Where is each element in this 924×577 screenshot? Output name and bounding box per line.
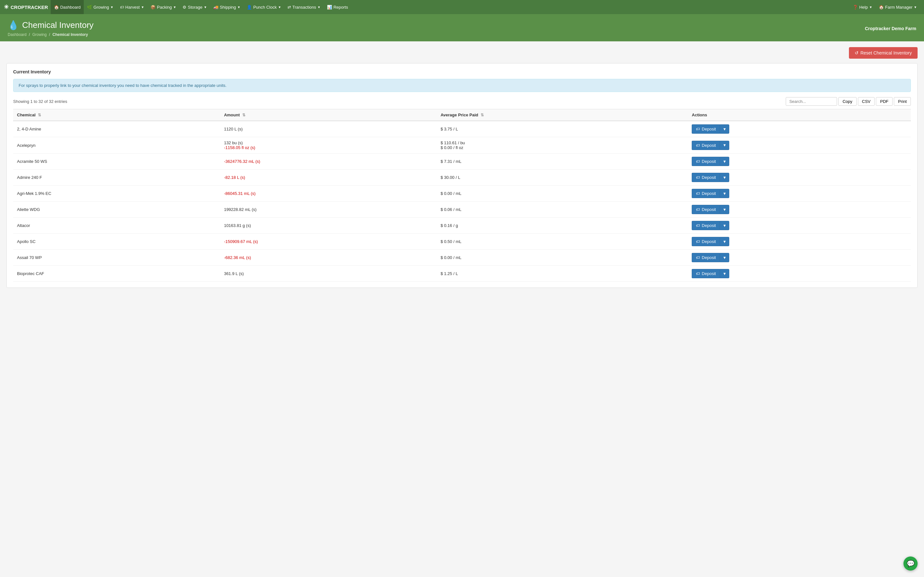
deposit-btn-group: 🏷 Deposit▼	[692, 173, 907, 182]
cell-actions: 🏷 Deposit▼	[688, 234, 911, 250]
nav-item-shipping[interactable]: 🚚 Shipping ▼	[210, 0, 244, 14]
nav-item-farm-manager[interactable]: 🏠 Farm Manager ▼	[876, 0, 920, 14]
cell-amount: 10163.81 g (s)	[220, 218, 437, 234]
cell-chemical: Bioprotec CAF	[13, 266, 220, 282]
reset-btn-label: Reset Chemical Inventory	[861, 50, 912, 55]
deposit-dropdown-toggle[interactable]: ▼	[720, 221, 729, 230]
deposit-button[interactable]: 🏷 Deposit	[692, 173, 720, 182]
deposit-dropdown-toggle[interactable]: ▼	[720, 173, 729, 182]
nav-label: Storage	[188, 5, 202, 10]
deposit-icon: 🏷	[696, 271, 700, 276]
nav-label: Reports	[333, 5, 348, 10]
col-price[interactable]: Average Price Paid ⇅	[437, 109, 688, 121]
info-message: For sprays to properly link to your chem…	[19, 83, 226, 88]
deposit-dropdown-toggle[interactable]: ▼	[720, 124, 729, 134]
deposit-button[interactable]: 🏷 Deposit	[692, 189, 720, 198]
nav-item-transactions[interactable]: ⇄ Transactions ▼	[284, 0, 324, 14]
deposit-button[interactable]: 🏷 Deposit	[692, 269, 720, 278]
reset-chemical-inventory-button[interactable]: ↺ Reset Chemical Inventory	[849, 47, 918, 59]
card-title: Current Inventory	[13, 69, 911, 74]
pdf-button[interactable]: PDF	[876, 97, 893, 106]
cell-actions: 🏷 Deposit▼	[688, 137, 911, 153]
cell-chemical: Aliette WDG	[13, 201, 220, 218]
deposit-btn-group: 🏷 Deposit▼	[692, 269, 907, 278]
nav-item-storage[interactable]: ⚙ Storage ▼	[179, 0, 210, 14]
cell-price: $ 0.00 / mL	[437, 185, 688, 201]
table-actions: Copy CSV PDF Print	[786, 97, 911, 106]
nav-label: Transactions	[292, 5, 316, 10]
deposit-button[interactable]: 🏷 Deposit	[692, 253, 720, 262]
breadcrumb-dashboard[interactable]: Dashboard	[8, 32, 27, 37]
nav-item-growing[interactable]: 🌿 Growing ▼	[84, 0, 116, 14]
deposit-button[interactable]: 🏷 Deposit	[692, 237, 720, 246]
cell-actions: 🏷 Deposit▼	[688, 250, 911, 266]
logo-icon: ✳	[4, 3, 9, 11]
nav-item-reports[interactable]: 📊 Reports	[324, 0, 351, 14]
cell-actions: 🏷 Deposit▼	[688, 121, 911, 137]
deposit-dropdown-toggle[interactable]: ▼	[720, 141, 729, 150]
copy-button[interactable]: Copy	[838, 97, 856, 106]
breadcrumb-separator: /	[49, 32, 50, 37]
deposit-btn-group: 🏷 Deposit▼	[692, 221, 907, 230]
col-amount[interactable]: Amount ⇅	[220, 109, 437, 121]
nav-label: Punch Clock	[253, 5, 276, 10]
table-row: Admire 240 F-82.18 L (s)$ 30.00 / L🏷 Dep…	[13, 169, 911, 185]
chevron-down-icon: ▼	[237, 5, 241, 9]
deposit-dropdown-toggle[interactable]: ▼	[720, 237, 729, 246]
col-actions: Actions	[688, 109, 911, 121]
nav-label: Help	[859, 5, 868, 10]
search-input[interactable]	[786, 97, 837, 106]
deposit-dropdown-toggle[interactable]: ▼	[720, 253, 729, 262]
inventory-table: Chemical ⇅ Amount ⇅ Average Price Paid ⇅…	[13, 109, 911, 282]
cell-actions: 🏷 Deposit▼	[688, 201, 911, 218]
csv-button[interactable]: CSV	[858, 97, 875, 106]
cell-amount: -150909.67 mL (s)	[220, 234, 437, 250]
cell-actions: 🏷 Deposit▼	[688, 266, 911, 282]
nav-item-packing[interactable]: 📦 Packing ▼	[147, 0, 179, 14]
brand[interactable]: ✳ CROPTRACKER	[4, 3, 48, 11]
shipping-icon: 🚚	[213, 5, 218, 10]
nav-label: Harvest	[126, 5, 140, 10]
reset-btn-row: ↺ Reset Chemical Inventory	[6, 47, 918, 59]
table-row: Agri-Mek 1.9% EC-86045.31 mL (s)$ 0.00 /…	[13, 185, 911, 201]
deposit-button[interactable]: 🏷 Deposit	[692, 141, 720, 150]
cell-amount: -82.18 L (s)	[220, 169, 437, 185]
deposit-dropdown-toggle[interactable]: ▼	[720, 157, 729, 166]
cell-actions: 🏷 Deposit▼	[688, 169, 911, 185]
deposit-button[interactable]: 🏷 Deposit	[692, 124, 720, 134]
chevron-down-icon: ▼	[722, 255, 726, 260]
deposit-icon: 🏷	[696, 127, 700, 131]
nav-label: Dashboard	[60, 5, 81, 10]
deposit-icon: 🏷	[696, 223, 700, 228]
deposit-btn-group: 🏷 Deposit▼	[692, 157, 907, 166]
deposit-dropdown-toggle[interactable]: ▼	[720, 189, 729, 198]
chevron-down-icon: ▼	[722, 239, 726, 244]
nav-item-dashboard[interactable]: 🏠 Dashboard	[51, 0, 84, 14]
table-row: Altacor10163.81 g (s)$ 0.16 / g🏷 Deposit…	[13, 218, 911, 234]
deposit-button[interactable]: 🏷 Deposit	[692, 221, 720, 230]
nav-item-punch-clock[interactable]: 👤 Punch Clock ▼	[244, 0, 284, 14]
dashboard-icon: 🏠	[54, 5, 59, 10]
deposit-icon: 🏷	[696, 191, 700, 196]
nav-item-harvest[interactable]: 🏷 Harvest ▼	[117, 0, 148, 14]
print-button[interactable]: Print	[894, 97, 911, 106]
chevron-down-icon: ▼	[722, 191, 726, 196]
chevron-down-icon: ▼	[722, 159, 726, 164]
cell-actions: 🏷 Deposit▼	[688, 218, 911, 234]
page-header: 💧 Chemical Inventory Dashboard / Growing…	[0, 14, 924, 41]
breadcrumb-growing[interactable]: Growing	[32, 32, 47, 37]
cell-chemical: Agri-Mek 1.9% EC	[13, 185, 220, 201]
table-controls: Showing 1 to 32 of 32 entries Copy CSV P…	[13, 97, 911, 106]
deposit-button[interactable]: 🏷 Deposit	[692, 157, 720, 166]
cell-amount: -682.36 mL (s)	[220, 250, 437, 266]
deposit-btn-group: 🏷 Deposit▼	[692, 253, 907, 262]
deposit-dropdown-toggle[interactable]: ▼	[720, 205, 729, 214]
deposit-dropdown-toggle[interactable]: ▼	[720, 269, 729, 278]
chevron-down-icon: ▼	[317, 5, 320, 9]
nav-item-help[interactable]: ❓ Help ▼	[850, 0, 876, 14]
chevron-down-icon: ▼	[204, 5, 207, 9]
nav-label: Farm Manager	[885, 5, 913, 10]
cell-amount: 132 bu (s)-1158.05 fl oz (s)	[220, 137, 437, 153]
col-chemical[interactable]: Chemical ⇅	[13, 109, 220, 121]
deposit-button[interactable]: 🏷 Deposit	[692, 205, 720, 214]
